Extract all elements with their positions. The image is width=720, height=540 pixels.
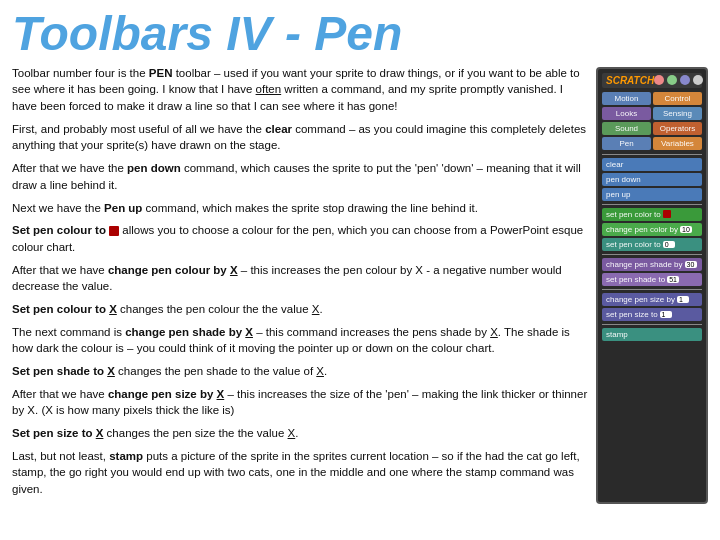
scratch-header-icons: [654, 75, 703, 85]
paragraph-9: Set pen shade to X changes the pen shade…: [12, 363, 588, 380]
header-icon-4: [693, 75, 703, 85]
scratch-header: SCRATCH: [602, 73, 702, 88]
tab-operators[interactable]: Operators: [653, 122, 702, 135]
scratch-logo: SCRATCH: [606, 75, 654, 86]
block-stamp[interactable]: stamp: [602, 328, 702, 341]
scratch-divider-2: [602, 204, 702, 205]
color-swatch: [663, 210, 671, 218]
block-set-pen-shade[interactable]: set pen shade to 51: [602, 273, 702, 286]
paragraph-2: First, and probably most useful of all w…: [12, 121, 588, 154]
block-set-pen-size[interactable]: set pen size to 1: [602, 308, 702, 321]
paragraph-10: After that we have change pen size by X …: [12, 386, 588, 419]
input-pen-size[interactable]: 1: [677, 296, 689, 303]
input-pen-color-val[interactable]: 0: [663, 241, 675, 248]
paragraph-11: Set pen size to X changes the pen size t…: [12, 425, 588, 442]
input-pen-size-val[interactable]: 1: [660, 311, 672, 318]
tab-looks[interactable]: Looks: [602, 107, 651, 120]
block-set-pen-color-val[interactable]: set pen color to 0: [602, 238, 702, 251]
paragraph-5: Set pen colour to allows you to choose a…: [12, 222, 588, 255]
paragraph-1: Toolbar number four is the PEN toolbar –…: [12, 65, 588, 115]
header-icon-3: [680, 75, 690, 85]
tab-variables[interactable]: Variables: [653, 137, 702, 150]
tab-pen[interactable]: Pen: [602, 137, 651, 150]
block-change-pen-color[interactable]: change pen color by 10: [602, 223, 702, 236]
block-pen-down[interactable]: pen down: [602, 173, 702, 186]
page-title: Toolbars IV - Pen: [0, 0, 720, 65]
paragraph-12: Last, but not least, stamp puts a pictur…: [12, 448, 588, 498]
paragraph-3: After that we have the pen down command,…: [12, 160, 588, 193]
block-clear[interactable]: clear: [602, 158, 702, 171]
tab-sound[interactable]: Sound: [602, 122, 651, 135]
header-icon-2: [667, 75, 677, 85]
tab-control[interactable]: Control: [653, 92, 702, 105]
block-set-pen-color[interactable]: set pen color to: [602, 208, 702, 221]
paragraph-6: After that we have change pen colour by …: [12, 262, 588, 295]
block-pen-up[interactable]: pen up: [602, 188, 702, 201]
tab-motion[interactable]: Motion: [602, 92, 651, 105]
tab-sensing[interactable]: Sensing: [653, 107, 702, 120]
block-change-pen-shade[interactable]: change pen shade by 30: [602, 258, 702, 271]
block-change-pen-size[interactable]: change pen size by 1: [602, 293, 702, 306]
scratch-tabs: Motion Control Looks Sensing Sound Opera…: [602, 92, 702, 150]
main-text: Toolbar number four is the PEN toolbar –…: [12, 65, 588, 504]
scratch-divider: [602, 154, 702, 155]
scratch-divider-5: [602, 324, 702, 325]
scratch-panel: SCRATCH Motion Control Looks Sensing Sou…: [596, 67, 708, 504]
scratch-divider-3: [602, 254, 702, 255]
paragraph-7: Set pen colour to X changes the pen colo…: [12, 301, 588, 318]
input-pen-color[interactable]: 10: [680, 226, 692, 233]
input-pen-shade[interactable]: 30: [685, 261, 697, 268]
input-pen-shade-val[interactable]: 51: [667, 276, 679, 283]
paragraph-8: The next command is change pen shade by …: [12, 324, 588, 357]
paragraph-4: Next we have the Pen up command, which m…: [12, 200, 588, 217]
scratch-divider-4: [602, 289, 702, 290]
header-icon-1: [654, 75, 664, 85]
